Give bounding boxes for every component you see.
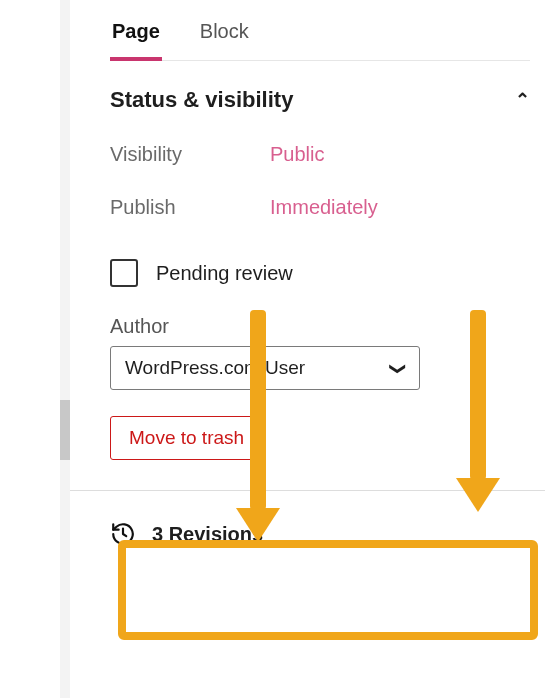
section-title: Status & visibility	[110, 87, 293, 113]
author-selected-value: WordPress.com User	[125, 357, 305, 379]
section-divider	[70, 490, 545, 491]
chevron-down-icon: ❯	[389, 362, 408, 375]
visibility-label: Visibility	[110, 143, 270, 166]
row-pending-review[interactable]: Pending review	[110, 259, 530, 287]
history-icon	[110, 521, 136, 547]
tab-block[interactable]: Block	[198, 10, 251, 60]
visibility-value[interactable]: Public	[270, 143, 324, 166]
revisions-label: 3 Revisions	[152, 523, 263, 546]
section-header-status-visibility[interactable]: Status & visibility ⌃	[110, 87, 530, 113]
settings-sidebar: Page Block Status & visibility ⌃ Visibil…	[70, 0, 545, 587]
move-to-trash-button[interactable]: Move to trash	[110, 416, 263, 460]
tab-page[interactable]: Page	[110, 10, 162, 61]
row-publish: Publish Immediately	[110, 196, 530, 219]
revisions-row[interactable]: 3 Revisions	[110, 521, 530, 547]
scrollbar-track	[60, 0, 70, 698]
author-select[interactable]: WordPress.com User ❯	[110, 346, 420, 390]
author-label: Author	[110, 315, 530, 338]
pending-review-checkbox[interactable]	[110, 259, 138, 287]
pending-review-label: Pending review	[156, 262, 293, 285]
publish-label: Publish	[110, 196, 270, 219]
row-visibility: Visibility Public	[110, 143, 530, 166]
chevron-up-icon: ⌃	[515, 89, 530, 111]
publish-value[interactable]: Immediately	[270, 196, 378, 219]
scrollbar-thumb[interactable]	[60, 400, 70, 460]
sidebar-tabs: Page Block	[110, 10, 530, 61]
